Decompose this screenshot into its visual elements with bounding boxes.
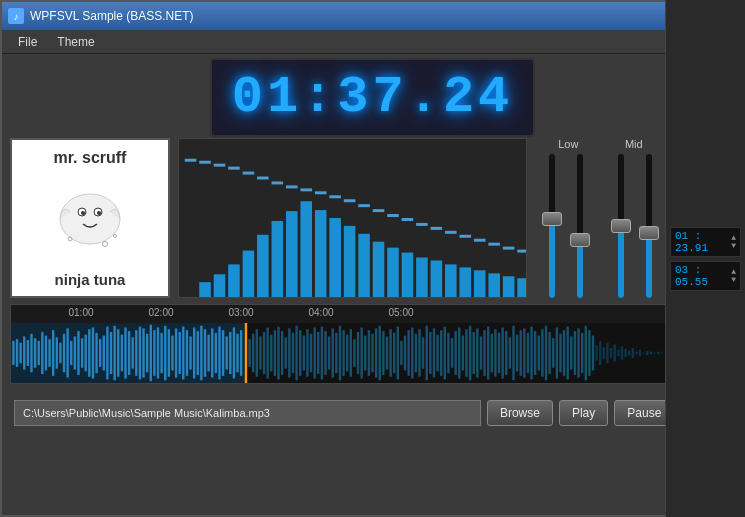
svg-rect-134 <box>288 328 290 377</box>
svg-rect-66 <box>38 341 40 365</box>
svg-rect-52 <box>459 235 471 238</box>
svg-rect-91 <box>128 331 130 375</box>
svg-rect-231 <box>639 350 641 356</box>
window-title: WPFSVL Sample (BASS.NET) <box>30 9 675 23</box>
svg-rect-229 <box>632 348 634 358</box>
eq-slider-low-1[interactable] <box>540 154 564 298</box>
svg-rect-85 <box>106 327 108 380</box>
waveform-section[interactable]: 01:00 02:00 03:00 04:00 05:00 <box>10 304 735 384</box>
svg-rect-142 <box>317 332 319 374</box>
time-counter-remaining: 03 : 05.55 ▲ ▼ <box>670 261 741 291</box>
title-bar: ♪ WPFSVL Sample (BASS.NET) ─ □ ✕ <box>2 2 743 30</box>
svg-rect-72 <box>59 343 61 364</box>
remaining-down[interactable]: ▼ <box>731 276 736 284</box>
eq-slider-mid-2[interactable] <box>637 154 661 298</box>
svg-rect-74 <box>66 328 68 377</box>
svg-point-6 <box>103 242 108 247</box>
timer-value: 01:37.24 <box>232 68 514 127</box>
svg-rect-164 <box>397 327 399 380</box>
svg-rect-73 <box>63 334 65 373</box>
app-icon: ♪ <box>8 8 24 24</box>
svg-rect-29 <box>474 270 486 297</box>
svg-rect-208 <box>556 327 558 378</box>
svg-rect-236 <box>657 352 659 355</box>
svg-rect-82 <box>95 333 97 373</box>
svg-rect-220 <box>599 341 601 365</box>
eq-group-mid <box>609 154 661 298</box>
svg-rect-38 <box>257 177 269 180</box>
svg-rect-68 <box>45 336 47 371</box>
svg-rect-171 <box>422 337 424 368</box>
svg-rect-145 <box>328 336 330 369</box>
svg-rect-192 <box>498 333 500 373</box>
svg-rect-157 <box>371 334 373 373</box>
browse-button[interactable]: Browse <box>487 400 553 426</box>
svg-rect-170 <box>418 329 420 376</box>
timecode-4: 04:00 <box>281 307 361 318</box>
svg-rect-211 <box>567 327 569 380</box>
svg-rect-124 <box>252 334 254 373</box>
remaining-arrows[interactable]: ▲ ▼ <box>731 268 736 284</box>
svg-rect-96 <box>146 334 148 373</box>
svg-rect-42 <box>315 191 327 194</box>
svg-rect-103 <box>171 336 173 371</box>
svg-rect-180 <box>454 331 456 375</box>
svg-rect-114 <box>211 328 213 377</box>
svg-rect-119 <box>229 332 231 374</box>
timer-section: 01:37.24 <box>10 62 735 132</box>
svg-rect-120 <box>233 327 235 378</box>
eq-track-low-2[interactable] <box>577 154 583 298</box>
eq-track-mid-1[interactable] <box>618 154 624 298</box>
svg-rect-238 <box>245 323 247 383</box>
svg-rect-83 <box>99 339 101 367</box>
eq-track-mid-2[interactable] <box>646 154 652 298</box>
elapsed-down[interactable]: ▼ <box>731 242 736 250</box>
file-path-text: C:\Users\Public\Music\Sample Music\Kalim… <box>23 407 270 419</box>
svg-rect-40 <box>286 185 298 188</box>
svg-rect-80 <box>88 329 90 376</box>
svg-rect-36 <box>228 167 240 170</box>
play-button[interactable]: Play <box>559 400 608 426</box>
svg-rect-182 <box>462 336 464 371</box>
svg-rect-168 <box>411 327 413 378</box>
svg-point-7 <box>114 235 117 238</box>
svg-rect-152 <box>353 339 355 367</box>
eq-slider-low-2[interactable] <box>568 154 592 298</box>
main-window: ♪ WPFSVL Sample (BASS.NET) ─ □ ✕ File Th… <box>0 0 745 517</box>
svg-rect-97 <box>150 325 152 381</box>
svg-rect-191 <box>494 329 496 376</box>
svg-rect-223 <box>610 348 612 358</box>
svg-rect-155 <box>364 336 366 371</box>
svg-rect-148 <box>339 326 341 381</box>
svg-rect-35 <box>214 164 226 167</box>
svg-rect-185 <box>473 332 475 374</box>
svg-rect-216 <box>585 326 587 381</box>
svg-rect-115 <box>215 333 217 373</box>
svg-rect-237 <box>660 353 662 354</box>
svg-rect-51 <box>445 231 457 234</box>
elapsed-arrows[interactable]: ▲ ▼ <box>731 234 736 250</box>
svg-rect-209 <box>559 334 561 373</box>
menu-theme[interactable]: Theme <box>47 33 104 51</box>
svg-rect-20 <box>344 226 356 297</box>
remaining-time: 03 : 05.55 <box>675 264 729 288</box>
svg-rect-106 <box>182 327 184 380</box>
svg-rect-149 <box>342 330 344 376</box>
svg-rect-205 <box>545 326 547 381</box>
svg-rect-77 <box>77 331 79 375</box>
svg-rect-100 <box>160 333 162 373</box>
svg-rect-226 <box>621 346 623 359</box>
svg-rect-189 <box>487 327 489 380</box>
menu-file[interactable]: File <box>8 33 47 51</box>
eq-track-low-1[interactable] <box>549 154 555 298</box>
timecode-3: 03:00 <box>201 307 281 318</box>
album-blob-svg <box>50 184 130 254</box>
svg-rect-75 <box>70 341 72 365</box>
svg-rect-213 <box>574 331 576 375</box>
svg-rect-53 <box>474 239 486 242</box>
svg-rect-159 <box>379 326 381 381</box>
time-counter-elapsed: 01 : 23.91 ▲ ▼ <box>670 227 741 257</box>
svg-rect-154 <box>360 327 362 378</box>
eq-slider-mid-1[interactable] <box>609 154 633 298</box>
svg-rect-178 <box>447 333 449 373</box>
